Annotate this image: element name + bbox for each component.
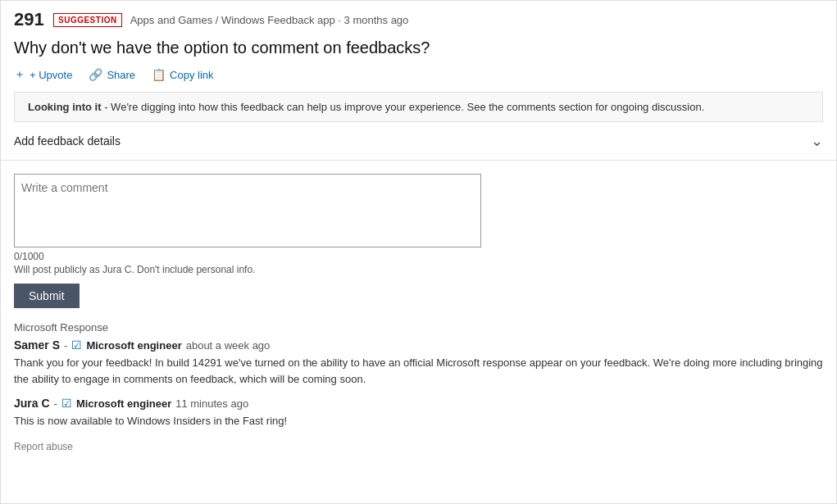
comment-text-2: This is now available to Windows Insider… (14, 413, 823, 429)
status-bar: Looking into it - We're digging into how… (14, 92, 823, 122)
verified-icon-1: ☑ (71, 338, 82, 352)
comment-section: 0/1000 Will post publicly as Jura C. Don… (1, 161, 836, 308)
share-button[interactable]: 🔗 Share (89, 68, 135, 81)
page-title: Why don't we have the option to comment … (1, 35, 836, 67)
feedback-details-row[interactable]: Add feedback details ⌄ (1, 122, 836, 161)
dash-2: - (54, 397, 57, 410)
time-ago-1: about a week ago (186, 339, 271, 352)
submit-label: Submit (29, 289, 65, 302)
share-icon: 🔗 (89, 68, 102, 81)
header-row: 291 SUGGESTION Apps and Games / Windows … (1, 1, 836, 35)
commenter-name-1: Samer S (14, 338, 60, 352)
status-label: Looking into it (28, 101, 102, 113)
time-ago-2: 11 minutes ago (175, 397, 248, 410)
ms-response-section: Microsoft Response Samer S - ☑ Microsoft… (1, 308, 836, 465)
engineer-label-1: Microsoft engineer (86, 339, 181, 352)
post-notice: Will post publicly as Jura C. Don't incl… (14, 264, 823, 275)
comment-input[interactable] (14, 174, 481, 247)
dash-1: - (64, 339, 67, 352)
chevron-down-icon: ⌄ (811, 132, 823, 150)
copy-link-button[interactable]: 📋 Copy link (152, 68, 213, 81)
feedback-card: 291 SUGGESTION Apps and Games / Windows … (0, 0, 837, 504)
report-abuse-link[interactable]: Report abuse (14, 441, 73, 452)
vote-count: 291 (14, 9, 45, 30)
breadcrumb: Apps and Games / Windows Feedback app · … (130, 14, 409, 26)
ms-response-label: Microsoft Response (14, 321, 823, 334)
comment-row-1: Samer S - ☑ Microsoft engineer about a w… (14, 338, 823, 352)
status-description: - We're digging into how this feedback c… (104, 101, 704, 113)
commenter-name-2: Jura C (14, 397, 50, 410)
copy-link-label: Copy link (170, 69, 213, 81)
verified-icon-2: ☑ (61, 397, 72, 410)
copy-link-icon: 📋 (152, 68, 166, 81)
upvote-label: + Upvote (30, 69, 72, 81)
share-label: Share (107, 69, 135, 81)
engineer-label-2: Microsoft engineer (76, 397, 171, 410)
actions-row: ＋ + Upvote 🔗 Share 📋 Copy link (1, 67, 836, 92)
feedback-details-label: Add feedback details (14, 134, 121, 148)
suggestion-tag: SUGGESTION (53, 13, 122, 27)
submit-button[interactable]: Submit (14, 284, 80, 308)
char-count: 0/1000 (14, 251, 823, 262)
upvote-icon: ＋ (14, 67, 25, 82)
comment-text-1: Thank you for your feedback! In build 14… (14, 355, 823, 387)
comment-row-2: Jura C - ☑ Microsoft engineer 11 minutes… (14, 397, 823, 410)
upvote-button[interactable]: ＋ + Upvote (14, 67, 72, 82)
